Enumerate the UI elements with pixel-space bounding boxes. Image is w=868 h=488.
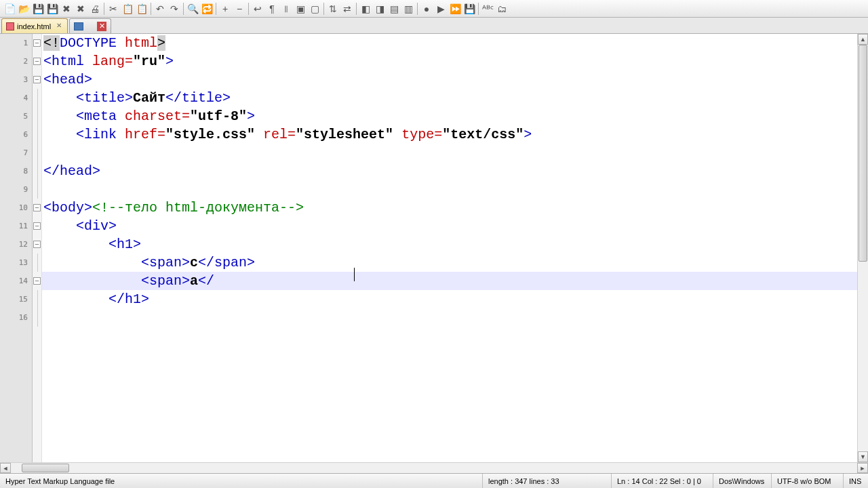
line-number: 14 (0, 272, 32, 290)
fold-toggle-icon[interactable] (33, 235, 41, 253)
code-line[interactable]: <h1> (42, 235, 857, 253)
macro-rec-button[interactable]: ● (420, 2, 433, 16)
code-line[interactable]: <body><!--тело html-документа--> (42, 199, 857, 217)
fold-guide (33, 89, 41, 107)
code-line[interactable]: </head> (42, 162, 857, 180)
vertical-scrollbar[interactable]: ▲ ▼ (857, 34, 868, 462)
status-mode[interactable]: INS (844, 474, 868, 488)
zoom-out-button[interactable]: − (233, 2, 246, 16)
tab-secondary[interactable]: ✕ (69, 18, 111, 33)
fold-toggle-icon[interactable] (33, 217, 41, 235)
toolbar-separator (151, 3, 151, 15)
horizontal-scrollbar[interactable]: ◄ ► (0, 462, 868, 473)
line-number: 6 (0, 125, 32, 144)
undo-button[interactable]: ↶ (153, 2, 167, 16)
close-all-button[interactable]: ✖ (74, 2, 87, 16)
code-line[interactable]: <head> (42, 70, 857, 89)
scroll-up-button[interactable]: ▲ (858, 34, 868, 45)
line-number: 3 (0, 70, 32, 89)
toolbar-separator (183, 3, 184, 15)
sync-h-button[interactable]: ⇄ (340, 2, 354, 16)
line-number: 8 (0, 162, 32, 180)
fold-guide (33, 162, 41, 180)
tab-label: index.html (17, 22, 51, 30)
toolbar-separator (417, 3, 418, 15)
wrap-button[interactable]: ↩ (251, 2, 264, 16)
line-number: 5 (0, 107, 32, 125)
code-editor[interactable]: <!DOCTYPE html><html lang="ru"><head> <t… (42, 34, 857, 462)
cut-button[interactable]: ✂ (106, 2, 120, 16)
fold-toggle-icon[interactable] (33, 272, 41, 290)
fold-toggle-icon[interactable] (33, 52, 41, 70)
code-line[interactable]: <meta charset="utf-8"> (42, 107, 857, 125)
fold-guide (33, 308, 41, 327)
scroll-thumb[interactable] (859, 45, 867, 262)
replace-button[interactable]: 🔁 (200, 2, 214, 16)
line-number: 9 (0, 180, 32, 199)
save-icon (74, 22, 83, 30)
zoom-in-button[interactable]: + (218, 2, 232, 16)
fold-toggle-icon[interactable] (33, 199, 41, 217)
scroll-left-button[interactable]: ◄ (0, 463, 11, 473)
fold-guide (33, 180, 41, 199)
scroll-down-button[interactable]: ▼ (858, 451, 868, 462)
copy-button[interactable]: 📋 (121, 2, 134, 16)
status-eol[interactable]: Dos\Windows (713, 474, 772, 488)
toggle-4-button[interactable]: ▥ (401, 2, 415, 16)
macro-play-multi-button[interactable]: ⏩ (448, 2, 462, 16)
macro-play-button[interactable]: ▶ (434, 2, 448, 16)
code-line[interactable]: </h1> (42, 290, 857, 308)
code-line[interactable]: <html lang="ru"> (42, 52, 857, 70)
open-button[interactable]: 📂 (17, 2, 31, 16)
code-line[interactable]: <!DOCTYPE html> (42, 34, 857, 52)
close-button[interactable]: ✖ (60, 2, 73, 16)
line-number: 12 (0, 235, 32, 253)
fold-all-button[interactable]: ▣ (294, 2, 307, 16)
line-number: 13 (0, 253, 32, 272)
scroll-track[interactable] (11, 463, 857, 473)
save-button[interactable]: 💾 (31, 2, 45, 16)
code-line[interactable] (42, 180, 857, 199)
show-all-button[interactable]: ¶ (265, 2, 279, 16)
macro-save-button[interactable]: 💾 (462, 2, 476, 16)
spellcheck-button[interactable]: ᴬᴮᶜ (481, 2, 494, 16)
doc-map-button[interactable]: 🗂 (495, 2, 509, 16)
toggle-2-button[interactable]: ◨ (373, 2, 387, 16)
close-icon[interactable]: ✕ (55, 22, 63, 30)
tab-index-html[interactable]: index.html ✕ (1, 18, 68, 33)
fold-guide (33, 107, 41, 125)
code-line[interactable]: <link href="style.css" rel="stylesheet" … (42, 125, 857, 144)
toggle-1-button[interactable]: ◧ (359, 2, 372, 16)
scroll-right-button[interactable]: ► (857, 463, 868, 473)
save-all-button[interactable]: 💾 (45, 2, 59, 16)
unfold-all-button[interactable]: ▢ (308, 2, 321, 16)
code-line[interactable]: <span>с</span> (42, 253, 857, 272)
line-number-gutter: 12345678910111213141516 (0, 34, 33, 462)
fold-guide (33, 125, 41, 144)
line-number: 16 (0, 308, 32, 327)
fold-toggle-icon[interactable] (33, 70, 41, 89)
code-line[interactable] (42, 144, 857, 162)
find-button[interactable]: 🔍 (186, 2, 199, 16)
status-filetype: Hyper Text Markup Language file (0, 474, 483, 488)
fold-toggle-icon[interactable] (33, 34, 41, 52)
toggle-3-button[interactable]: ▤ (387, 2, 401, 16)
scroll-thumb[interactable] (22, 464, 69, 472)
close-icon[interactable]: ✕ (97, 22, 106, 31)
toolbar: 📄📂💾💾✖✖🖨✂📋📋↶↷🔍🔁+−↩¶⦀▣▢⇅⇄◧◨▤▥●▶⏩💾ᴬᴮᶜ🗂 (0, 0, 868, 18)
code-line[interactable]: <span>а</ (42, 272, 857, 290)
paste-button[interactable]: 📋 (135, 2, 149, 16)
code-line[interactable] (42, 308, 857, 327)
toolbar-separator (323, 3, 324, 15)
scroll-track[interactable] (858, 45, 868, 451)
status-bar: Hyper Text Markup Language file length :… (0, 473, 868, 488)
toolbar-separator (478, 3, 479, 15)
new-button[interactable]: 📄 (3, 2, 16, 16)
indent-guide-button[interactable]: ⦀ (279, 2, 293, 16)
print-button[interactable]: 🖨 (88, 2, 102, 16)
redo-button[interactable]: ↷ (167, 2, 181, 16)
code-line[interactable]: <div> (42, 217, 857, 235)
status-encoding[interactable]: UTF-8 w/o BOM (772, 474, 844, 488)
sync-v-button[interactable]: ⇅ (326, 2, 340, 16)
code-line[interactable]: <title>Сайт</title> (42, 89, 857, 107)
